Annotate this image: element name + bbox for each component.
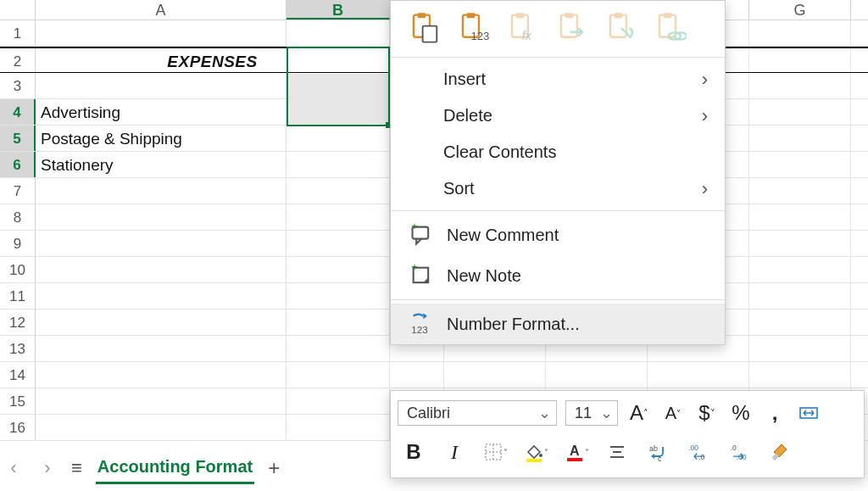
cell[interactable]: Advertising xyxy=(36,99,287,125)
col-header-a[interactable]: A xyxy=(36,0,287,20)
font-size-combo[interactable]: 11 ⌄ xyxy=(565,400,618,426)
cell[interactable] xyxy=(749,48,851,72)
font-name-combo[interactable]: Calibri ⌄ xyxy=(398,400,557,426)
row-header[interactable]: 15 xyxy=(0,388,36,414)
row-header[interactable]: 16 xyxy=(0,415,36,440)
cell[interactable] xyxy=(749,283,851,309)
bold-button[interactable]: B xyxy=(401,439,426,465)
cell[interactable] xyxy=(36,336,287,361)
fill-color-button[interactable]: ˅ xyxy=(523,439,548,465)
cell[interactable] xyxy=(648,362,749,388)
cell[interactable] xyxy=(287,362,390,388)
format-painter-button[interactable] xyxy=(767,439,793,465)
cell[interactable] xyxy=(749,336,851,361)
row-header[interactable]: 14 xyxy=(0,362,36,388)
col-header-b[interactable]: B xyxy=(287,0,390,20)
align-center-button[interactable] xyxy=(604,439,630,465)
cell[interactable] xyxy=(749,204,851,230)
row-header[interactable]: 5 xyxy=(0,126,36,151)
borders-button[interactable]: ˅ xyxy=(482,439,508,465)
cell[interactable] xyxy=(287,20,390,46)
cell[interactable] xyxy=(36,20,287,46)
decrease-decimal-button[interactable]: .00.0 xyxy=(686,439,711,465)
cell[interactable] xyxy=(287,99,390,125)
cell[interactable] xyxy=(36,257,287,282)
cell[interactable] xyxy=(287,152,390,177)
col-header-g[interactable]: G xyxy=(749,0,851,20)
menu-insert[interactable]: Insert › xyxy=(391,61,725,98)
cell[interactable] xyxy=(749,257,851,282)
cell[interactable] xyxy=(444,362,546,388)
menu-new-note[interactable]: + New Note xyxy=(391,255,725,296)
paste-values-icon[interactable]: 123 xyxy=(455,9,492,47)
new-sheet-button[interactable]: + xyxy=(268,456,280,480)
cell[interactable] xyxy=(287,388,390,414)
grow-font-button[interactable]: A˄ xyxy=(626,400,652,426)
cell[interactable] xyxy=(287,283,390,309)
cell[interactable] xyxy=(287,310,390,335)
merge-center-button[interactable] xyxy=(796,400,821,426)
cell[interactable] xyxy=(36,415,287,440)
cell[interactable] xyxy=(287,204,390,230)
cell[interactable] xyxy=(749,99,851,125)
cell[interactable] xyxy=(749,126,851,151)
row-header[interactable]: 7 xyxy=(0,178,36,204)
cell[interactable] xyxy=(287,415,390,440)
shrink-font-button[interactable]: A˅ xyxy=(660,400,686,426)
accounting-format-button[interactable]: $˅ xyxy=(694,400,720,426)
cell[interactable] xyxy=(749,73,851,98)
cell[interactable]: EXPENSES xyxy=(36,48,390,72)
increase-decimal-button[interactable]: .0.00 xyxy=(726,439,752,465)
cell[interactable] xyxy=(546,362,648,388)
cell[interactable] xyxy=(36,310,287,335)
cell[interactable] xyxy=(749,178,851,204)
row-header[interactable]: 11 xyxy=(0,283,36,309)
cell[interactable] xyxy=(36,362,287,388)
row-header[interactable]: 9 xyxy=(0,231,36,256)
select-all-corner[interactable] xyxy=(0,0,36,20)
paste-icon[interactable] xyxy=(406,9,443,47)
cell[interactable] xyxy=(287,336,390,361)
cell[interactable] xyxy=(36,388,287,414)
row-header[interactable]: 2 xyxy=(0,48,36,72)
cell[interactable]: Postage & Shipping xyxy=(36,126,287,151)
font-color-button[interactable]: A˅ xyxy=(564,439,589,465)
cell[interactable] xyxy=(36,231,287,256)
row-header[interactable]: 13 xyxy=(0,336,36,361)
menu-sort[interactable]: Sort › xyxy=(391,170,725,207)
row-header[interactable]: 1 xyxy=(0,20,36,46)
comma-format-button[interactable]: , xyxy=(762,400,787,426)
cell[interactable] xyxy=(36,283,287,309)
row-header[interactable]: 4 xyxy=(0,99,36,125)
cell[interactable] xyxy=(36,178,287,204)
all-sheets-button[interactable]: ≡ xyxy=(71,457,82,479)
menu-new-comment[interactable]: + New Comment xyxy=(391,215,725,255)
cell[interactable] xyxy=(749,310,851,335)
row-header[interactable]: 10 xyxy=(0,257,36,282)
cell[interactable] xyxy=(749,362,851,388)
cell[interactable] xyxy=(390,362,444,388)
cell[interactable] xyxy=(287,231,390,256)
percent-format-button[interactable]: % xyxy=(728,400,754,426)
row-header[interactable]: 6 xyxy=(0,152,36,177)
menu-delete[interactable]: Delete › xyxy=(391,98,725,134)
italic-button[interactable]: I xyxy=(442,439,467,465)
cell[interactable]: Stationery xyxy=(36,152,287,177)
menu-number-format[interactable]: 123 Number Format... xyxy=(391,304,725,344)
row-header[interactable]: 12 xyxy=(0,310,36,335)
cell[interactable] xyxy=(287,126,390,151)
cell[interactable] xyxy=(36,204,287,230)
wrap-text-button[interactable]: abc xyxy=(645,439,670,465)
sheet-tab-active[interactable]: Accounting Format xyxy=(96,452,254,484)
cell[interactable] xyxy=(749,231,851,256)
cell[interactable] xyxy=(287,257,390,282)
row-header[interactable]: 3 xyxy=(0,73,36,98)
cell[interactable] xyxy=(287,73,390,98)
cell[interactable] xyxy=(749,152,851,177)
menu-clear-contents[interactable]: Clear Contents xyxy=(391,134,725,170)
cell[interactable] xyxy=(749,20,851,46)
row-header[interactable]: 8 xyxy=(0,204,36,230)
tab-nav-next[interactable]: › xyxy=(37,457,58,479)
cell[interactable] xyxy=(36,73,287,98)
cell[interactable] xyxy=(287,178,390,204)
